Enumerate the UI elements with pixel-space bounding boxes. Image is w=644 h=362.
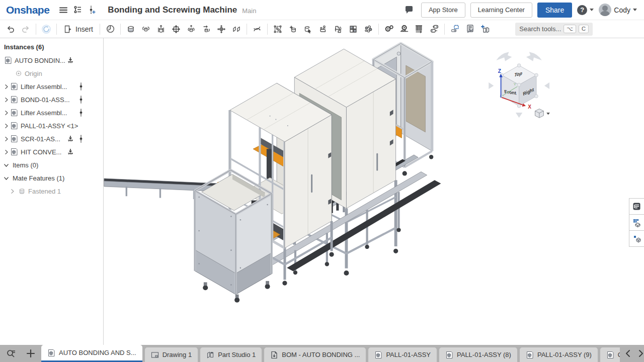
redo-icon[interactable] — [18, 22, 33, 36]
tab-pall-01-assy-9[interactable]: PALL-01-ASSY (9) — [520, 347, 598, 362]
search-tools-placeholder: Search tools... — [519, 25, 561, 33]
add-tab-button[interactable] — [26, 349, 35, 358]
learning-center-button[interactable]: Learning Center — [470, 3, 532, 18]
exploded-view-icon[interactable] — [447, 22, 462, 36]
assembly-viewport[interactable]: Top Front Right Y Z X — [104, 38, 644, 345]
dof-icon — [77, 82, 85, 90]
versions-history-icon[interactable] — [70, 3, 85, 17]
snap-mode-icon[interactable] — [315, 22, 331, 36]
mate-features-section-header[interactable]: Mate Features (1) — [0, 171, 103, 185]
share-button[interactable]: Share — [537, 3, 572, 18]
toolbar-separator — [36, 24, 36, 35]
workspace-name: Main — [242, 7, 256, 15]
tab-om-b[interactable]: OM-B — [600, 347, 620, 362]
app-header: Onshape Bonding and Screwing Machine Mai… — [0, 0, 644, 20]
planar-mate-icon[interactable] — [169, 22, 184, 36]
app-store-button[interactable]: App Store — [421, 3, 465, 18]
ball-mate-icon[interactable] — [214, 22, 229, 36]
assembly-tab-icon — [606, 351, 614, 359]
assembly-tab-icon — [526, 351, 534, 359]
undo-icon[interactable] — [3, 22, 18, 36]
tab-drawing-1[interactable]: Drawing 1 — [145, 347, 198, 362]
assembly-icon — [10, 148, 18, 156]
instances-panel: Instances (6) AUTO BONDIN... Origin Lift… — [0, 38, 104, 345]
bom-icon[interactable] — [462, 22, 477, 36]
manage-position-icon[interactable] — [300, 22, 315, 36]
expand-chevron-icon[interactable] — [2, 122, 10, 130]
comments-icon[interactable] — [402, 3, 416, 17]
tab-bom-pdf[interactable]: BOM - AUTO BONDING ... — [264, 347, 366, 362]
collapse-chevron-icon — [2, 174, 10, 182]
hamburger-menu-icon[interactable] — [56, 3, 70, 17]
tab-pall-01-assy[interactable]: PALL-01-ASSY — [368, 347, 437, 362]
scroll-tabs-left-button[interactable] — [625, 349, 631, 357]
document-title: Bonding and Screwing Machine — [108, 5, 237, 15]
expand-chevron-icon[interactable] — [2, 135, 10, 143]
rotate-tool-icon[interactable] — [39, 22, 54, 36]
configurations-panel-button[interactable] — [629, 214, 644, 231]
x-axis-label: X — [528, 104, 531, 110]
items-section-header[interactable]: Items (0) — [0, 158, 103, 171]
toolbar-separator — [267, 24, 268, 35]
instance-row-origin[interactable]: Origin — [0, 67, 103, 80]
toolbar-separator — [56, 24, 57, 35]
search-tabs-icon[interactable] — [6, 348, 16, 358]
rack-pinion-relation-icon[interactable] — [396, 22, 412, 36]
named-positions-icon[interactable] — [103, 22, 118, 36]
help-icon: ? — [577, 5, 587, 15]
right-panel-buttons — [629, 198, 644, 246]
follow-mode-icon[interactable] — [85, 3, 99, 17]
origin-icon — [15, 70, 22, 77]
instance-row-hit[interactable]: HIT CONVE... — [0, 145, 103, 158]
graphics-area[interactable]: Top Front Right Y Z X — [104, 38, 644, 345]
user-menu[interactable]: Cody — [599, 4, 637, 16]
search-tools-input[interactable]: Search tools... ⌥ C — [515, 23, 593, 36]
document-tab-bar: AUTO BONDING AND S... Drawing 1 Part Stu… — [0, 345, 644, 362]
help-menu[interactable]: ? — [577, 5, 594, 15]
tab-pall-01-assy-8[interactable]: PALL-01-ASSY (8) — [439, 347, 517, 362]
slider-mate-icon[interactable] — [153, 22, 169, 36]
mate-connector-icon[interactable] — [285, 22, 300, 36]
linear-pattern-icon[interactable] — [346, 22, 361, 36]
expand-chevron-icon[interactable] — [8, 187, 16, 195]
mate-feature-row-fastened[interactable]: Fastened 1 — [0, 185, 103, 198]
tab-auto-bonding-assembly[interactable]: AUTO BONDING AND S... — [41, 345, 142, 362]
revolute-mate-icon[interactable] — [138, 22, 153, 36]
gear-relation-icon[interactable] — [381, 22, 396, 36]
instance-row-root[interactable]: AUTO BONDIN... — [0, 54, 103, 67]
expand-chevron-icon[interactable] — [2, 109, 10, 117]
parallel-mate-icon[interactable] — [229, 22, 244, 36]
instance-row-pall[interactable]: PALL-01-ASSY <1> — [0, 119, 103, 132]
tab-part-studio-1[interactable]: Part Studio 1 — [200, 347, 262, 362]
instance-row-bond[interactable]: BOND-01-ASS... — [0, 93, 103, 106]
screw-relation-icon[interactable] — [412, 22, 427, 36]
scroll-tabs-right-button[interactable] — [638, 349, 644, 357]
replicate-icon[interactable] — [331, 22, 346, 36]
instance-row-scr[interactable]: SCR-01-AS... — [0, 132, 103, 145]
tangent-mate-icon[interactable] — [250, 22, 265, 36]
onshape-logo[interactable]: Onshape — [6, 4, 49, 16]
assembly-tab-icon — [374, 351, 382, 359]
expand-chevron-icon[interactable] — [2, 148, 10, 156]
bom-table-panel-button[interactable] — [629, 198, 644, 215]
group-icon[interactable] — [270, 22, 285, 36]
toolbar-separator — [378, 24, 379, 35]
fastened-mate-icon[interactable] — [123, 22, 138, 36]
assembly-icon — [10, 96, 18, 104]
view-cube[interactable]: Top Front Right Y Z X — [489, 52, 550, 118]
instance-row-lifter-2[interactable]: Lifter Assembl... — [0, 106, 103, 119]
view-mode-button[interactable] — [535, 109, 550, 118]
expand-chevron-icon[interactable] — [2, 96, 10, 104]
instance-row-lifter-1[interactable]: Lifter Assembl... — [0, 80, 103, 93]
y-axis-label: Y — [514, 82, 516, 86]
expand-chevron-icon[interactable] — [2, 82, 10, 90]
pin-slot-mate-icon[interactable] — [199, 22, 214, 36]
toolbar-separator — [247, 24, 247, 35]
named-views-icon[interactable] — [477, 22, 493, 36]
belt-relation-icon[interactable] — [427, 22, 442, 36]
insert-button[interactable]: Insert — [59, 22, 97, 36]
circular-pattern-icon[interactable] — [361, 22, 376, 36]
display-states-panel-button[interactable] — [629, 230, 644, 247]
cylindrical-mate-icon[interactable] — [184, 22, 199, 36]
insert-label: Insert — [75, 25, 93, 33]
